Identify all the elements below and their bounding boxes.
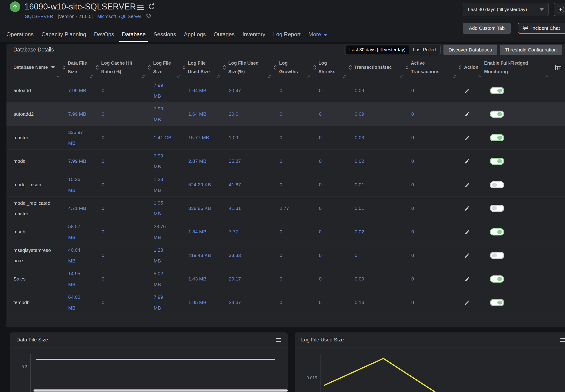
database-name[interactable]: model_replicated master <box>14 198 52 218</box>
column-resize-handle[interactable] <box>217 75 221 78</box>
monitoring-toggle[interactable] <box>490 87 504 94</box>
export-button[interactable] <box>554 3 565 16</box>
database-name[interactable]: tempdb <box>14 297 30 308</box>
tab-log-report[interactable]: Log Report <box>273 27 301 42</box>
column-resize-handle[interactable] <box>56 75 60 78</box>
table-cell: 0 <box>405 79 459 102</box>
horizontal-scrollbar-thumb[interactable] <box>33 390 288 392</box>
table-cell: 1.43 MB <box>183 267 223 291</box>
monitoring-toggle[interactable] <box>490 111 504 118</box>
column-resize-handle[interactable] <box>177 75 180 78</box>
database-name[interactable]: autoadd2 <box>14 109 34 119</box>
cell-log-shrinks: 0 <box>319 203 322 213</box>
sort-icon[interactable] <box>96 64 99 71</box>
column-header-log-file-size[interactable]: Log File Size <box>148 56 183 79</box>
table-cell: 41.67 <box>223 173 274 196</box>
range-toggle-selected[interactable]: Last 30 days (till yesterday) <box>346 45 409 54</box>
database-name[interactable]: mssqlsystemresource <box>14 245 52 266</box>
table-cell: 0 <box>274 244 313 267</box>
column-resize-handle[interactable] <box>268 75 271 78</box>
column-header-action[interactable]: Action <box>459 56 484 79</box>
sort-icon[interactable] <box>459 64 462 71</box>
tab-inventory[interactable]: Inventory <box>242 27 265 42</box>
edit-action-button[interactable] <box>464 229 470 235</box>
section-controls: Last 30 days (till yesterday) Last Polle… <box>344 44 562 55</box>
column-resize-handle[interactable] <box>400 75 403 78</box>
edit-action-button[interactable] <box>464 206 470 211</box>
monitor-type-link[interactable]: SQLSERVER <box>25 14 53 19</box>
table-cell <box>459 244 484 267</box>
column-header-active-transactions[interactable]: Active Transactions <box>405 56 459 79</box>
column-header-log-file-used-size[interactable]: Log File Used Size <box>183 56 223 79</box>
refresh-icon[interactable] <box>148 3 155 11</box>
column-resize-handle[interactable] <box>343 75 347 78</box>
edit-action-button[interactable] <box>464 182 470 188</box>
edit-action-button[interactable] <box>464 112 470 117</box>
column-resize-handle[interactable] <box>545 75 549 78</box>
monitoring-toggle[interactable] <box>490 252 504 259</box>
column-header-transactions-sec[interactable]: Transactions/sec <box>349 56 405 79</box>
sort-icon[interactable] <box>223 64 226 71</box>
column-header-log-cache-hit-ratio-[interactable]: Log Cache Hit Ratio (%) <box>96 56 148 79</box>
column-header-data-file-size[interactable]: Data File Size <box>62 56 96 79</box>
monitoring-toggle[interactable] <box>490 158 504 165</box>
edit-action-button[interactable] <box>464 253 470 258</box>
tab-applogs[interactable]: AppLogs <box>184 27 206 42</box>
sort-icon[interactable] <box>405 64 409 71</box>
column-resize-handle[interactable] <box>90 75 94 78</box>
tab-devops[interactable]: DevOps <box>94 27 114 42</box>
column-chooser-icon[interactable] <box>555 65 561 71</box>
column-resize-handle[interactable] <box>478 75 482 78</box>
time-range-dropdown[interactable]: Last 30 days (till yesterday) <box>463 3 549 16</box>
monitor-actions-menu-icon[interactable] <box>137 5 144 10</box>
chart-menu-icon[interactable] <box>276 338 281 342</box>
monitoring-toggle[interactable] <box>490 205 504 212</box>
sort-icon[interactable] <box>183 64 186 71</box>
edit-action-button[interactable] <box>464 276 470 282</box>
table-cell: model_replicated master <box>14 197 62 220</box>
discover-databases-button[interactable]: Discover Databases <box>444 44 497 55</box>
monitoring-toggle[interactable] <box>490 299 504 306</box>
column-header-enable-full-fledged-monitoring[interactable]: Enable Full-Fledged Monitoring <box>484 56 551 79</box>
tab-database[interactable]: Database <box>122 27 146 42</box>
column-header-database-name[interactable]: Database Name <box>14 56 62 79</box>
sort-icon[interactable] <box>349 64 352 71</box>
column-header-log-growths[interactable]: Log Growths <box>274 56 313 79</box>
threshold-configuration-button[interactable]: Threshold Configuration <box>500 44 562 55</box>
tab-operations[interactable]: Operations <box>6 27 33 42</box>
monitoring-toggle[interactable] <box>490 181 504 188</box>
sort-icon[interactable] <box>274 64 277 71</box>
edit-action-button[interactable] <box>464 135 470 140</box>
edit-action-button[interactable] <box>464 88 470 94</box>
column-resize-handle[interactable] <box>142 75 146 78</box>
tab-capacity-planning[interactable]: Capacity Planning <box>41 27 86 42</box>
monitoring-toggle[interactable] <box>490 134 504 141</box>
cell-log-file-used-size: 1.95 MB <box>188 297 206 308</box>
database-name[interactable]: model <box>14 156 27 166</box>
sort-icon[interactable] <box>313 64 316 71</box>
edit-action-button[interactable] <box>464 159 470 164</box>
column-header-log-shrinks[interactable]: Log Shrinks <box>313 56 349 79</box>
tab-outages[interactable]: Outages <box>213 27 235 42</box>
column-header-log-file-used-size-[interactable]: Log File Used Size(%) <box>223 56 274 79</box>
sort-icon[interactable] <box>148 64 151 71</box>
database-name[interactable]: master <box>14 133 28 143</box>
column-resize-handle[interactable] <box>307 75 311 78</box>
monitoring-toggle[interactable] <box>490 228 504 236</box>
database-name[interactable]: model_msdb <box>14 180 41 190</box>
database-name[interactable]: Sales <box>14 274 26 284</box>
monitoring-toggle[interactable] <box>490 275 504 282</box>
database-name[interactable]: msdb <box>14 227 25 237</box>
range-toggle-last-polled[interactable]: Last Polled <box>409 47 440 52</box>
product-link[interactable]: Microsoft SQL Server <box>97 14 141 19</box>
tag-icon[interactable] <box>146 13 152 20</box>
sort-icon[interactable] <box>62 64 65 71</box>
cell-log-growths: 0 <box>280 274 282 284</box>
tab-sessions[interactable]: Sessions <box>153 27 176 42</box>
edit-action-button[interactable] <box>464 300 470 306</box>
database-name[interactable]: autoadd <box>14 85 31 96</box>
table-cell: 0 <box>349 244 405 267</box>
nav-more[interactable]: More <box>309 31 328 38</box>
column-resize-handle[interactable] <box>453 75 456 78</box>
chart-menu-icon[interactable] <box>560 338 565 342</box>
